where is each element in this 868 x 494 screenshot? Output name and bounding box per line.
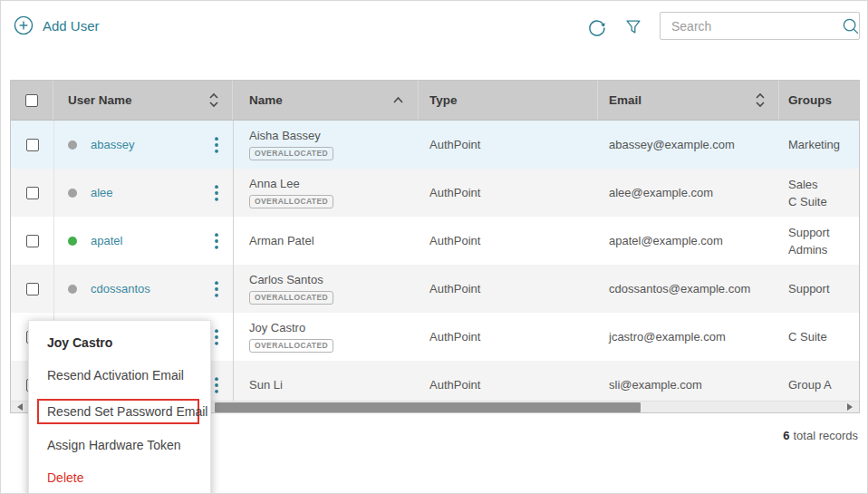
- status-dot-icon: [68, 237, 77, 246]
- row-checkbox[interactable]: [26, 139, 39, 151]
- record-count: 6: [783, 429, 789, 442]
- plus-circle-icon: [14, 15, 34, 35]
- full-name: Joy Castro: [249, 321, 305, 334]
- header-select-all[interactable]: [11, 81, 53, 120]
- table-header: User Name Name Type Email Groups: [11, 81, 859, 121]
- sort-both-icon[interactable]: [755, 92, 766, 108]
- user-name-cell: alee: [53, 169, 233, 217]
- overallocated-badge: OVERALLOCATED: [249, 147, 333, 160]
- user-name-cell: cdossantos: [53, 265, 233, 313]
- full-name: Carlos Santos: [249, 273, 323, 286]
- total-records: 6total records: [783, 429, 858, 442]
- header-label: Name: [249, 93, 283, 107]
- full-name: Anna Lee: [249, 177, 300, 190]
- context-menu-item[interactable]: Assign Hardware Token: [47, 436, 194, 454]
- table-row[interactable]: alee Anna Lee OVERALLOCATED AuthPoint al…: [11, 169, 859, 217]
- refresh-icon[interactable]: [586, 16, 608, 41]
- header-user-name[interactable]: User Name: [53, 81, 233, 120]
- email-cell: alee@example.com: [598, 169, 779, 217]
- name-cell: Carlos Santos OVERALLOCATED: [233, 265, 419, 313]
- username-link[interactable]: abassey: [91, 138, 134, 151]
- table-row[interactable]: abassey Aisha Bassey OVERALLOCATED AuthP…: [11, 121, 859, 169]
- sort-both-icon[interactable]: [208, 92, 219, 108]
- kebab-menu-icon[interactable]: [215, 281, 218, 297]
- header-email[interactable]: Email: [598, 81, 779, 120]
- type-cell: AuthPoint: [419, 217, 598, 265]
- row-checkbox[interactable]: [26, 187, 39, 199]
- kebab-menu-icon[interactable]: [215, 233, 218, 249]
- type-cell: AuthPoint: [419, 313, 598, 361]
- header-name[interactable]: Name: [233, 81, 419, 120]
- full-name: Arman Patel: [249, 234, 314, 247]
- groups-cell: C Suite: [779, 313, 859, 361]
- record-count-label: total records: [793, 429, 858, 442]
- email-cell: jcastro@example.com: [598, 313, 779, 361]
- username-link[interactable]: alee: [91, 186, 113, 199]
- email-cell: apatel@example.com: [598, 217, 779, 265]
- table-row[interactable]: apatel Arman Patel AuthPoint apatel@exam…: [11, 217, 859, 265]
- search-box: [660, 12, 860, 40]
- add-user-button[interactable]: Add User: [14, 15, 100, 35]
- groups-cell: Support: [779, 265, 859, 313]
- row-checkbox[interactable]: [26, 283, 39, 295]
- table-row[interactable]: cdossantos Carlos Santos OVERALLOCATED A…: [11, 265, 859, 313]
- header-label: Email: [609, 93, 641, 107]
- scroll-right-arrow-icon[interactable]: [843, 402, 857, 412]
- type-cell: AuthPoint: [419, 265, 598, 313]
- overallocated-badge: OVERALLOCATED: [249, 291, 333, 305]
- checkbox-cell: [11, 265, 53, 313]
- sort-asc-icon[interactable]: [392, 96, 404, 104]
- user-name-cell: apatel: [53, 217, 233, 265]
- status-dot-icon: [68, 189, 77, 198]
- row-context-menu: Joy Castro Resend Activation EmailResend…: [28, 320, 211, 494]
- overallocated-badge: OVERALLOCATED: [249, 339, 333, 353]
- context-menu-item[interactable]: Resend Set Password Email: [37, 399, 199, 424]
- search-input[interactable]: [661, 19, 841, 34]
- username-link[interactable]: apatel: [91, 234, 122, 247]
- username-link[interactable]: cdossantos: [91, 282, 150, 295]
- name-cell: Aisha Bassey OVERALLOCATED: [233, 121, 419, 169]
- user-management-screen: Add User User Name Name Type: [0, 0, 868, 494]
- full-name: Aisha Bassey: [249, 129, 321, 142]
- overallocated-badge: OVERALLOCATED: [249, 195, 333, 208]
- name-cell: Anna Lee OVERALLOCATED: [233, 169, 419, 217]
- kebab-menu-icon[interactable]: [215, 137, 218, 153]
- context-menu-title: Joy Castro: [47, 335, 194, 350]
- context-menu-item[interactable]: Resend Activation Email: [47, 366, 194, 384]
- full-name: Sun Li: [249, 378, 283, 392]
- context-menu-item[interactable]: Delete: [47, 469, 194, 487]
- header-label: User Name: [68, 93, 132, 107]
- filter-icon[interactable]: [623, 17, 643, 40]
- scroll-left-arrow-icon[interactable]: [13, 402, 27, 412]
- row-checkbox[interactable]: [26, 235, 39, 247]
- header-type[interactable]: Type: [419, 81, 598, 120]
- kebab-menu-icon[interactable]: [215, 185, 218, 201]
- header-groups[interactable]: Groups: [779, 81, 859, 120]
- groups-cell: SupportAdmins: [779, 217, 859, 265]
- email-cell: abassey@example.com: [598, 121, 779, 169]
- checkbox-cell: [11, 217, 53, 265]
- name-cell: Joy Castro OVERALLOCATED: [233, 313, 419, 361]
- status-dot-icon: [68, 140, 77, 150]
- groups-cell: Marketing: [779, 121, 859, 169]
- add-user-label: Add User: [43, 18, 100, 34]
- name-cell: Arman Patel: [233, 217, 419, 265]
- kebab-menu-icon[interactable]: [215, 329, 218, 345]
- status-dot-icon: [68, 285, 77, 294]
- groups-cell: SalesC Suite: [779, 169, 859, 217]
- scrollbar-thumb[interactable]: [215, 402, 641, 412]
- type-cell: AuthPoint: [419, 121, 598, 169]
- search-icon[interactable]: [841, 16, 861, 36]
- kebab-menu-icon[interactable]: [215, 377, 218, 393]
- checkbox-cell: [11, 121, 53, 169]
- user-name-cell: abassey: [53, 121, 233, 169]
- select-all-checkbox[interactable]: [25, 94, 38, 107]
- email-cell: cdossantos@example.com: [598, 265, 779, 313]
- checkbox-cell: [11, 169, 53, 217]
- header-label: Groups: [788, 93, 832, 107]
- type-cell: AuthPoint: [419, 169, 598, 217]
- header-label: Type: [429, 93, 458, 107]
